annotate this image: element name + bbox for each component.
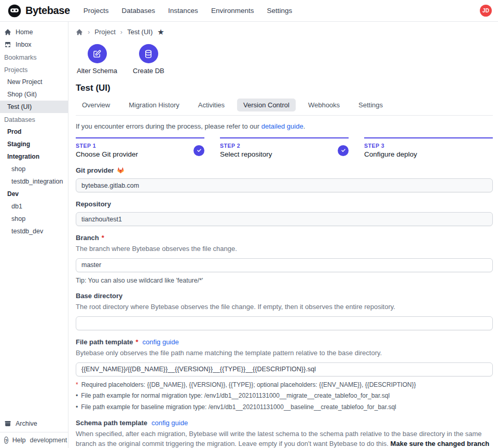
create-db-icon [139,44,158,63]
breadcrumb-separator: › [120,28,122,36]
base-directory-input[interactable] [76,316,493,330]
repository-label: Repository [76,200,493,208]
tab-activities[interactable]: Activities [192,99,231,111]
nav-environments[interactable]: Environments [211,7,254,15]
alter-schema-label: Alter Schema [77,67,117,75]
step-1-title: Choose Git provider [76,150,138,158]
sidebar-archive-label: Archive [16,420,37,427]
step-2: STEP 2 Select repository [220,137,349,158]
branch-label-row: Branch * [76,234,493,242]
sidebar-item-archive[interactable]: Archive [0,417,68,432]
sidebar-db-shop-integration[interactable]: shop [0,163,68,175]
page-title: Test (UI) [76,83,493,93]
file-path-template-description: Bytebase only observes the file path nam… [76,348,493,358]
schema-path-config-guide-link[interactable]: config guide [151,419,188,427]
sidebar-env-integration[interactable]: Integration [0,150,68,163]
user-avatar[interactable]: JD [480,5,492,17]
file-path-note-required: *Required placeholders: {{DB_NAME}}, {{V… [76,381,493,389]
git-provider-input[interactable] [76,178,493,192]
error-help-prefix: If you encounter errors during the proce… [76,122,261,130]
schema-path-template-field: Schema path template config guide When s… [76,419,493,448]
alter-schema-icon [88,44,107,63]
sidebar-item-inbox[interactable]: Inbox [0,38,68,51]
branch-input[interactable] [76,258,493,272]
breadcrumb-separator: › [88,28,90,36]
bytebase-logo[interactable]: Bytebase [7,4,70,18]
branch-label: Branch [76,234,99,242]
sidebar-bottom: Archive ? Help development [0,417,68,448]
sidebar-item-new-project[interactable]: New Project [0,76,68,88]
schema-path-template-description: When specified, after each migration, By… [76,429,493,448]
file-path-config-guide-link[interactable]: config guide [143,338,179,346]
tab-webhooks[interactable]: Webhooks [302,99,346,111]
sidebar-item-shop-git[interactable]: Shop (Git) [0,88,68,101]
brand-name: Bytebase [25,5,70,17]
branch-tip: Tip: You can also use wildcard like 'fea… [76,277,493,284]
tab-migration-history[interactable]: Migration History [122,99,186,111]
sidebar-db-testdb-integration[interactable]: testdb_integration [0,175,68,188]
file-path-note-example-baseline: •File path example for baseline migratio… [76,403,493,412]
sidebar-help-row: ? Help development [0,432,68,448]
branch-field: Branch * The branch where Bytebase obser… [76,234,493,284]
tab-overview[interactable]: Overview [76,99,116,111]
breadcrumb-current: Test (UI) [127,28,153,36]
main-nav: Projects Databases Instances Environment… [84,7,292,15]
git-provider-field: Git provider [76,166,493,192]
nav-projects[interactable]: Projects [84,7,109,15]
create-db-button[interactable]: Create DB [133,44,164,75]
tab-bar: Overview Migration History Activities Ve… [76,99,493,116]
breadcrumb-project[interactable]: Project [94,28,115,36]
base-directory-description: The root directory where Bytebase observ… [76,302,493,312]
sidebar-env-dev[interactable]: Dev [0,188,68,200]
tab-version-control[interactable]: Version Control [237,99,296,111]
create-db-label: Create DB [133,67,164,75]
branch-required-asterisk: * [102,234,104,242]
help-icon: ? [4,437,8,444]
note-text: File path example for baseline migration… [81,403,396,412]
tab-settings[interactable]: Settings [352,99,389,111]
note-marker: • [76,392,78,400]
step-2-title: Select repository [220,150,272,158]
sidebar-env-prod[interactable]: Prod [0,125,68,138]
sidebar-env-staging[interactable]: Staging [0,138,68,150]
repository-field: Repository [76,200,493,226]
git-provider-label: Git provider [76,166,114,174]
favorite-star-icon[interactable]: ★ [157,28,164,36]
schema-path-template-label: Schema path template [76,419,147,427]
breadcrumb-home-icon[interactable] [76,29,83,36]
quick-actions: Alter Schema Create DB [76,41,493,81]
sidebar-db-shop-dev[interactable]: shop [0,213,68,225]
nav-settings[interactable]: Settings [267,7,292,15]
main-content: › Project › Test (UI) ★ Alter Schema Cre… [68,22,498,448]
sidebar-inbox-label: Inbox [16,41,32,48]
sidebar-item-bookmarks[interactable]: Bookmarks [0,51,68,63]
file-path-template-label-row: File path template * config guide [76,338,493,346]
sidebar-item-test-ui[interactable]: Test (UI) [0,101,68,113]
step-2-number: STEP 2 [220,143,272,149]
left-sidebar: Home Inbox Bookmarks Projects New Projec… [0,22,68,448]
git-provider-label-row: Git provider [76,166,493,174]
file-path-note-example-normal: •File path example for normal migration … [76,392,493,400]
sidebar-db-db1[interactable]: db1 [0,200,68,213]
note-marker: • [76,403,78,412]
step-3: STEP 3 Configure deploy [364,137,493,158]
nav-databases[interactable]: Databases [122,7,156,15]
sidebar-item-home[interactable]: Home [0,26,68,38]
base-directory-field: Base directory The root directory where … [76,292,493,330]
home-icon [4,29,11,36]
alter-schema-button[interactable]: Alter Schema [77,44,117,75]
sidebar-db-testdb-dev[interactable]: testdb_dev [0,225,68,237]
version-control-panel: If you encounter errors during the proce… [76,116,493,448]
version-label: development [30,437,71,444]
file-path-template-field: File path template * config guide Byteba… [76,338,493,412]
file-path-template-label: File path template [76,338,133,346]
branch-description: The branch where Bytebase observes the f… [76,244,493,254]
nav-instances[interactable]: Instances [168,7,198,15]
file-path-template-input[interactable] [76,362,493,376]
step-1: STEP 1 Choose Git provider [76,137,204,158]
repository-input[interactable] [76,212,493,226]
help-label[interactable]: Help [12,437,26,444]
step-1-check-icon [193,145,204,156]
note-marker: * [76,381,78,389]
detailed-guide-link[interactable]: detailed guide [261,122,303,130]
